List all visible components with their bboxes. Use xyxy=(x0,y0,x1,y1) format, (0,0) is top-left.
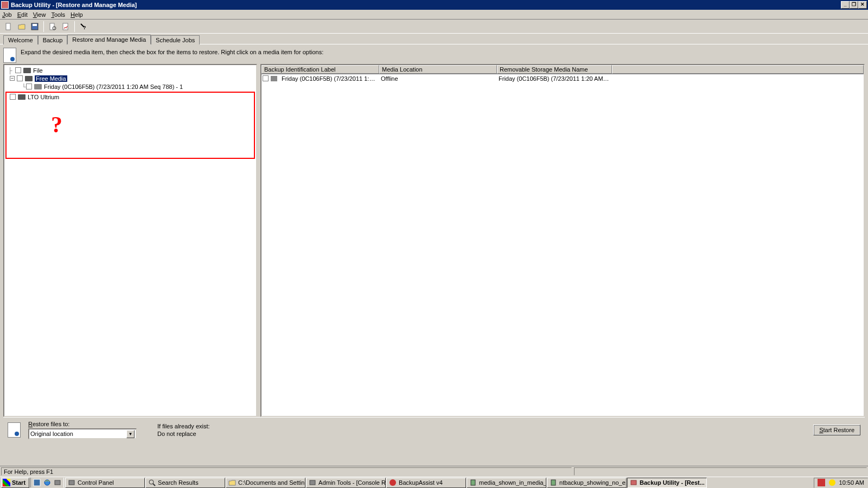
media-list[interactable]: Backup Identification Label Media Locati… xyxy=(260,64,865,417)
titlebar: Backup Utility - [Restore and Manage Med… xyxy=(0,0,868,10)
if-exist-value: Do not replace xyxy=(157,431,210,437)
report-button[interactable] xyxy=(60,21,71,32)
tab-schedule[interactable]: Schedule Jobs xyxy=(151,35,200,44)
list-item[interactable]: Friday (0C106F5B) (7/23/2011 1:20 AM... … xyxy=(261,74,864,83)
media-tree[interactable]: ├ File − Free Media └ Friday (0C106F5 xyxy=(3,64,257,417)
checkbox[interactable] xyxy=(263,75,269,81)
window-title: Backup Utility - [Restore and Manage Med… xyxy=(11,2,841,8)
menu-view[interactable]: View xyxy=(33,11,46,18)
drive-icon xyxy=(23,68,31,73)
minimize-button[interactable]: _ xyxy=(841,1,850,9)
drive-icon xyxy=(18,94,25,100)
collapse-icon[interactable]: − xyxy=(10,76,15,81)
instruction-text: Expand the desired media item, then chec… xyxy=(21,48,323,55)
menu-edit[interactable]: Edit xyxy=(17,11,28,18)
tape-icon xyxy=(34,84,42,89)
svg-rect-2 xyxy=(33,24,37,26)
app-icon xyxy=(1,1,9,9)
tree-item-friday-tape[interactable]: └ Friday (0C106F5B) (7/23/2011 1:20 AM S… xyxy=(5,82,255,91)
toolbar: ? xyxy=(0,20,868,34)
properties-button[interactable] xyxy=(47,21,58,32)
col-empty[interactable] xyxy=(612,65,864,74)
tab-backup[interactable]: Backup xyxy=(38,35,68,44)
col-media-location[interactable]: Media Location xyxy=(379,65,497,74)
toolbar-separator xyxy=(74,21,75,32)
restore-target-icon xyxy=(8,422,21,438)
annotation-box: LTO Ultrium ? xyxy=(5,92,255,159)
if-exist-label: If files already exist: xyxy=(157,423,210,429)
menubar: JJobob Edit View Tools Help xyxy=(0,10,868,20)
menu-tools[interactable]: Tools xyxy=(51,11,65,18)
tab-restore[interactable]: Restore and Manage Media xyxy=(67,35,151,44)
tree-item-lto[interactable]: LTO Ultrium xyxy=(7,93,254,101)
col-backup-label[interactable]: Backup Identification Label xyxy=(261,65,379,74)
save-button[interactable] xyxy=(29,21,40,32)
restore-location-dropdown[interactable]: Original location ▼ xyxy=(28,428,137,439)
col-media-name[interactable]: Removable Storage Media Name xyxy=(497,65,612,74)
drive-icon xyxy=(25,76,33,81)
question-mark-annotation: ? xyxy=(51,112,62,138)
open-job-button[interactable] xyxy=(16,21,27,32)
tab-welcome[interactable]: Welcome xyxy=(3,35,38,44)
context-help-button[interactable]: ? xyxy=(78,21,89,32)
tab-row: Welcome Backup Restore and Manage Media … xyxy=(0,34,868,44)
restore-options: Restore files to: Original location ▼ If… xyxy=(3,417,865,442)
maximize-button[interactable]: ❐ xyxy=(850,1,858,9)
menu-help[interactable]: Help xyxy=(71,11,83,18)
svg-text:?: ? xyxy=(83,25,86,30)
tree-item-file[interactable]: ├ File xyxy=(5,66,255,74)
checkbox[interactable] xyxy=(10,94,16,100)
restore-files-to-label: Restore files to: xyxy=(28,421,137,427)
new-job-button[interactable] xyxy=(3,21,14,32)
list-header: Backup Identification Label Media Locati… xyxy=(261,65,864,74)
content-area: Expand the desired media item, then chec… xyxy=(0,44,868,446)
tape-icon xyxy=(271,76,277,81)
restore-icon xyxy=(3,48,16,63)
svg-rect-0 xyxy=(6,23,10,30)
checkbox[interactable] xyxy=(15,67,21,73)
chevron-down-icon[interactable]: ▼ xyxy=(126,430,135,438)
start-restore-button[interactable]: Start Restore xyxy=(813,425,860,435)
menu-job[interactable]: JJobob xyxy=(2,11,12,18)
close-button[interactable]: ✕ xyxy=(858,1,867,9)
toolbar-separator xyxy=(43,21,44,32)
checkbox[interactable] xyxy=(26,84,32,89)
tree-item-free-media[interactable]: − Free Media xyxy=(5,74,255,82)
checkbox[interactable] xyxy=(17,75,23,81)
